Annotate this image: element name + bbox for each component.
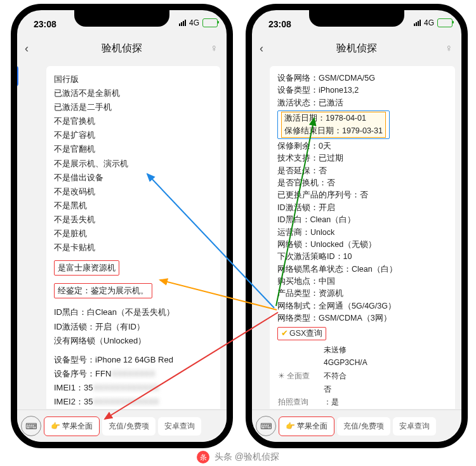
keyboard-button[interactable]: ⌨ (21, 416, 41, 436)
info-line: 下次激活策略ID：10 (277, 251, 447, 263)
info-line: 是否官换机：否 (277, 177, 447, 189)
chat-content-right[interactable]: 设备网络：GSM/CDMA/5G 设备类型：iPhone13,2 激活状态：已激… (252, 61, 461, 409)
info-line: ID黑白：Clean（白） (277, 214, 447, 226)
notch (309, 9, 404, 27)
page-title: 验机侦探 (102, 42, 142, 55)
battery-icon (202, 18, 218, 27)
message-card: 国行版 已激活不是全新机 已激活是二手机 不是官换机 不是扩容机 不是官翻机 不… (46, 66, 220, 409)
net-label: 4G (189, 18, 199, 27)
info-line: 保修剩余：0天 (277, 140, 447, 152)
info-line: 设备网络：GSM/CDMA/5G (277, 72, 447, 84)
info-line: 网络锁黑名单状态：Clean（白） (277, 263, 447, 276)
info-line: 没有网络锁（Unlocked） (54, 334, 213, 348)
highlight-gsx: ✔GSX查询 (277, 327, 326, 340)
tab-android[interactable]: 安卓查询 (393, 417, 436, 436)
activation-date: 激活日期：1978-04-01 (284, 114, 366, 123)
tab-recharge[interactable]: 充值/免费项 (337, 417, 390, 436)
contact-icon[interactable]: ♀ (445, 43, 453, 54)
back-button[interactable]: ‹ (260, 42, 263, 55)
footer-watermark: 条 头条 @验机侦探 (0, 451, 476, 463)
info-line: 技术支持：已过期 (277, 152, 447, 164)
signal-icon (179, 20, 186, 26)
signal-icon (414, 20, 421, 26)
info-line: 网络类型：GSM/CDMA（3网） (277, 312, 447, 324)
info-line: 国行版 (54, 72, 213, 86)
phone-left: 23:08 4G ‹ 验机侦探 ♀ 验机侦探 国行版 已激活不是全新机 已激活是… (11, 4, 233, 448)
info-line: 不是脏机 (54, 227, 213, 241)
tab-recharge[interactable]: 充值/免费项 (102, 417, 155, 436)
info-line: 不是丢失机 (54, 213, 213, 227)
info-line: 不是改码机 (54, 185, 213, 199)
notch (74, 9, 169, 27)
info-line: 是否延保：否 (277, 165, 447, 177)
info-line: 购买地点：中国 (277, 276, 447, 288)
avatar[interactable]: 验机侦探 (17, 66, 18, 86)
nav-bar: ‹ 验机侦探 ♀ (17, 36, 227, 61)
battery-icon (437, 18, 453, 27)
info-line: 不是官翻机 (54, 142, 213, 156)
info-line: 设备序号：FFNXXXXXXXX (54, 367, 213, 381)
info-line: 已激活是二手机 (54, 100, 213, 114)
status-time: 23:08 (34, 19, 56, 29)
info-line: 设备型号：iPhone 12 64GB Red (54, 353, 213, 367)
info-line: ID激活锁：开启（有ID） (54, 320, 213, 334)
info-line: ID黑白：白Clean（不是丢失机） (54, 305, 213, 319)
highlight-foxconn: 是富士康资源机 (54, 260, 119, 276)
nav-bar: ‹ 验机侦探 ♀ (252, 36, 461, 61)
tab-apple-full[interactable]: 👉 苹果全面 (279, 416, 334, 436)
info-line: 不是官换机 (54, 114, 213, 128)
info-line: 激活状态：已激活 (277, 97, 447, 109)
page-title: 验机侦探 (336, 42, 377, 55)
gsx-table: 未送修 4GGP3CH/A ☀ 全面查不符合 否 拍照查询：是 D53gAP 重… (277, 343, 447, 409)
chat-content-left[interactable]: 验机侦探 国行版 已激活不是全新机 已激活是二手机 不是官换机 不是扩容机 不是… (17, 61, 227, 409)
message-card: 设备网络：GSM/CDMA/5G 设备类型：iPhone13,2 激活状态：已激… (270, 66, 455, 409)
info-line: 运营商：Unlock (277, 227, 447, 239)
keyboard-button[interactable]: ⌨ (256, 416, 276, 436)
info-line: 已更换产品的序列号：否 (277, 189, 447, 201)
highlight-demo: 经鉴定：鉴定为展示机。 (54, 283, 152, 298)
back-button[interactable]: ‹ (25, 42, 29, 55)
tab-apple-full[interactable]: 👉 苹果全面 (44, 416, 100, 436)
info-line: 设备类型：iPhone13,2 (277, 84, 447, 97)
info-line: 不是扩容机 (54, 128, 213, 142)
warranty-end-date: 保修结束日期：1979-03-31 (284, 126, 383, 135)
net-label: 4G (424, 18, 434, 27)
info-line: 不是黑机 (54, 199, 213, 213)
highlight-dates: 激活日期：1978-04-01 保修结束日期：1979-03-31 (277, 110, 390, 139)
info-line: 网络锁：Unlocked（无锁） (277, 239, 447, 251)
phone-right: 23:08 4G ‹ 验机侦探 ♀ 设备网络：GSM/CDMA/5G 设备类型：… (246, 4, 468, 448)
tab-bar: ⌨ 👉 苹果全面 充值/免费项 安卓查询 (252, 409, 461, 442)
info-line: 已激活不是全新机 (54, 86, 213, 100)
contact-icon[interactable]: ♀ (210, 43, 218, 54)
tab-android[interactable]: 安卓查询 (158, 417, 201, 436)
toutiao-icon: 条 (197, 451, 209, 463)
info-line: IMEI2：35XXXXXXXXXXXX (54, 395, 213, 409)
status-time: 23:08 (268, 19, 291, 29)
info-line: 不是展示机、演示机 (54, 157, 213, 171)
info-line: 产品类型：资源机 (277, 288, 447, 300)
info-line: 网络制式：全网通（5G/4G/3G） (277, 300, 447, 312)
info-line: 不是借出设备 (54, 171, 213, 185)
info-line: 不是卡贴机 (54, 241, 213, 255)
info-line: IMEI1：35XXXXXXXXXXXX (54, 381, 213, 395)
info-line: ID激活锁：开启 (277, 202, 447, 214)
tab-bar: ⌨ 👉 苹果全面 充值/免费项 安卓查询 (17, 409, 227, 442)
